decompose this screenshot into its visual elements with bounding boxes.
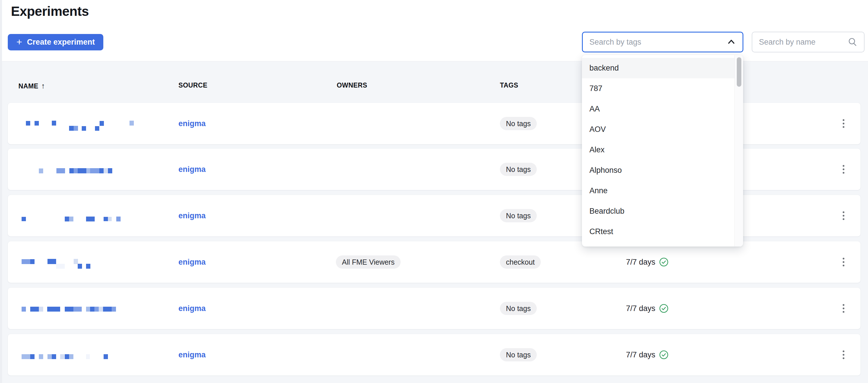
redaction-block (100, 121, 104, 126)
redaction-block (86, 216, 90, 222)
redaction-block (52, 121, 56, 125)
chevron-up-icon[interactable] (726, 37, 736, 47)
redaction-block (90, 168, 94, 173)
experiments-page: Experiments + Create experiment (0, 0, 868, 383)
redaction-block (103, 168, 108, 173)
tag-option[interactable]: backend (582, 58, 735, 78)
redaction-block (30, 307, 34, 312)
row-menu-button[interactable] (837, 299, 850, 318)
redaction-block (108, 217, 112, 221)
experiment-name-redacted (8, 241, 861, 283)
redaction-block (56, 264, 65, 269)
name-search-input[interactable] (752, 38, 847, 47)
source-link[interactable]: enigma (179, 258, 206, 267)
redaction-block (99, 168, 103, 173)
redaction-block (65, 307, 69, 312)
redaction-block (52, 354, 56, 359)
row-menu-button[interactable] (837, 114, 850, 133)
redaction-block (69, 126, 74, 131)
duration-cell: 7/7 days (626, 350, 669, 360)
tag-chip: checkout (500, 256, 541, 269)
redaction-block (69, 216, 73, 222)
tag-option-list: backend787AAAOVAlexAlphonsoAnneBeardclub… (582, 58, 735, 242)
redaction-block (90, 216, 95, 222)
redaction-block (73, 307, 78, 312)
tag-search-combobox (582, 32, 743, 52)
tag-search-input[interactable] (583, 38, 726, 47)
tag-option[interactable]: Alex (582, 140, 735, 160)
column-header-source[interactable]: SOURCE (179, 82, 208, 89)
redaction-block (74, 126, 78, 131)
tag-option[interactable]: CRtest (582, 222, 735, 242)
row-menu-button[interactable] (837, 346, 850, 364)
column-header-owners[interactable]: OWNERS (337, 82, 367, 89)
source-link[interactable]: enigma (179, 211, 206, 220)
redaction-block (26, 259, 30, 264)
tag-chip: No tags (500, 302, 537, 315)
source-link[interactable]: enigma (179, 165, 206, 174)
plus-icon: + (17, 37, 22, 47)
redaction-block (82, 126, 86, 131)
row-menu-button[interactable] (837, 206, 850, 225)
tag-chip: No tags (500, 209, 537, 222)
redaction-block (78, 264, 82, 269)
page-title: Experiments (11, 3, 89, 19)
source-link[interactable]: enigma (179, 119, 206, 128)
tag-option[interactable]: AOV (582, 119, 735, 140)
dropdown-scrollbar-track[interactable] (735, 55, 743, 246)
redaction-block (56, 168, 61, 173)
redaction-block (86, 264, 90, 269)
tag-option[interactable]: Anne (582, 181, 735, 201)
redaction-block (65, 354, 69, 359)
redaction-block (103, 354, 108, 359)
row-menu-button[interactable] (837, 160, 850, 179)
redaction-block (69, 168, 74, 173)
tag-option[interactable]: Beardclub (582, 201, 735, 222)
dropdown-scrollbar-thumb[interactable] (737, 57, 741, 87)
check-circle-icon (659, 350, 669, 360)
redaction-block (107, 307, 112, 312)
redaction-block (30, 354, 34, 359)
row-menu-button[interactable] (837, 253, 850, 271)
redaction-block (34, 121, 39, 125)
tag-dropdown-panel: backend787AAAOVAlexAlphonsoAnneBeardclub… (582, 55, 743, 246)
redaction-block (22, 307, 26, 312)
column-header-name[interactable]: NAME↑ (19, 82, 45, 90)
redaction-block (22, 217, 26, 221)
sort-ascending-icon: ↑ (41, 82, 45, 90)
source-link[interactable]: enigma (179, 304, 206, 313)
source-link[interactable]: enigma (179, 350, 206, 359)
redaction-block (116, 216, 121, 222)
redaction-block (86, 307, 90, 312)
duration-text: 7/7 days (626, 350, 655, 359)
redaction-block (95, 126, 99, 131)
tag-option[interactable]: 787 (582, 78, 735, 99)
redaction-block (94, 168, 99, 173)
redaction-block (60, 354, 64, 359)
redaction-block (52, 259, 56, 264)
tag-chip: No tags (500, 163, 537, 176)
redaction-block (86, 168, 90, 173)
redaction-block (34, 307, 39, 312)
create-experiment-button[interactable]: + Create experiment (8, 34, 103, 50)
tag-chip: No tags (500, 117, 537, 130)
search-icon (847, 37, 858, 47)
column-header-tags[interactable]: TAGS (500, 82, 518, 89)
experiment-row[interactable]: enigmaAll FME Viewerscheckout7/7 days (8, 241, 861, 283)
page-header: Experiments + Create experiment (0, 0, 868, 61)
redaction-block (74, 168, 78, 173)
duration-text: 7/7 days (626, 258, 655, 267)
experiment-row[interactable]: enigmaNo tags7/7 days (8, 288, 861, 329)
redaction-block (39, 307, 43, 312)
tag-option[interactable]: AA (582, 99, 735, 119)
name-search-field (752, 32, 865, 52)
experiment-row[interactable]: enigmaNo tags7/7 days (8, 334, 861, 376)
redaction-block (74, 259, 78, 264)
redaction-block (103, 217, 108, 221)
tag-option[interactable]: Alphonso (582, 160, 735, 181)
create-experiment-label: Create experiment (27, 38, 95, 47)
check-circle-icon (659, 258, 669, 267)
redaction-block (39, 169, 43, 173)
redaction-block (112, 307, 116, 312)
redaction-block (39, 354, 43, 359)
